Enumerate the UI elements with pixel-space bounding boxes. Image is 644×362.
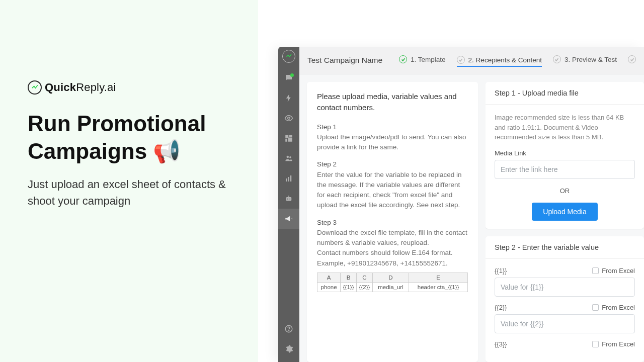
excel-preview-table: A B C D E phone {{1}} {{2}} media_url bbox=[317, 273, 468, 292]
svg-point-15 bbox=[288, 330, 289, 331]
svg-rect-13 bbox=[288, 196, 289, 197]
sidebar-item-chat[interactable] bbox=[278, 68, 299, 88]
brand-name: QuickReply.ai bbox=[45, 81, 116, 94]
svg-rect-8 bbox=[288, 177, 289, 182]
instructions-card: Please upload media, variable values and… bbox=[307, 82, 478, 362]
svg-rect-7 bbox=[286, 178, 287, 182]
var1-input[interactable] bbox=[495, 278, 635, 297]
check-icon bbox=[457, 56, 465, 64]
step1-text: Upload the image/video/pdf to send. You … bbox=[317, 132, 468, 153]
svg-rect-2 bbox=[289, 135, 292, 137]
upload-media-button[interactable]: Upload Media bbox=[532, 203, 597, 221]
step3-line3: Example, +919012345678, +14155552671. bbox=[317, 258, 468, 268]
variables-panel-header: Step 2 - Enter the variable value bbox=[486, 236, 644, 259]
svg-rect-9 bbox=[290, 175, 291, 182]
step3-text: Download the excel file template, fill i… bbox=[317, 228, 468, 248]
check-icon bbox=[628, 55, 636, 63]
var1-from-excel-checkbox[interactable]: From Excel bbox=[592, 267, 635, 275]
step3-label: Step 3 bbox=[317, 218, 468, 228]
sidebar-item-analytics[interactable] bbox=[278, 168, 299, 189]
marketing-panel: QuickReply.ai Run Promotional Campaigns … bbox=[0, 0, 258, 362]
step3-line2: Contact numbers should follow E.164 form… bbox=[317, 248, 468, 258]
or-separator: OR bbox=[495, 187, 635, 195]
wizard-step-preview[interactable]: 3. Preview & Test bbox=[553, 55, 617, 65]
check-icon bbox=[399, 55, 407, 63]
svg-point-12 bbox=[289, 199, 290, 200]
variables-panel: Step 2 - Enter the variable value {{1}} … bbox=[486, 236, 644, 363]
upload-panel-header: Step 1 - Upload media file bbox=[486, 82, 644, 105]
sidebar-item-users[interactable] bbox=[278, 148, 299, 168]
check-icon bbox=[553, 55, 561, 63]
var3-from-excel-checkbox[interactable]: From Excel bbox=[592, 340, 635, 348]
var2-label: {{2}} bbox=[495, 304, 507, 311]
svg-rect-10 bbox=[286, 197, 292, 201]
app-logo-icon bbox=[282, 50, 295, 63]
campaign-title: Test Campaign Name bbox=[307, 56, 382, 65]
media-link-input[interactable] bbox=[495, 160, 635, 179]
sidebar-item-campaigns[interactable] bbox=[278, 209, 299, 229]
marketing-subtitle: Just upload an excel sheet of contacts &… bbox=[28, 176, 230, 209]
sidebar-item-dashboard[interactable] bbox=[278, 128, 299, 148]
svg-point-5 bbox=[287, 156, 289, 158]
step1-label: Step 1 bbox=[317, 122, 468, 132]
sidebar-item-view[interactable] bbox=[278, 108, 299, 128]
brand-logo: QuickReply.ai bbox=[28, 80, 230, 95]
wizard-step-next[interactable] bbox=[628, 55, 636, 65]
svg-rect-4 bbox=[288, 138, 292, 142]
step2-label: Step 2 bbox=[317, 159, 468, 169]
var1-label: {{1}} bbox=[495, 267, 507, 275]
step2-text: Enter the value for the variable to be r… bbox=[317, 170, 468, 211]
sidebar-item-help[interactable] bbox=[278, 319, 299, 339]
sidebar-item-bolt[interactable] bbox=[278, 88, 299, 108]
svg-point-0 bbox=[288, 117, 290, 120]
sidebar bbox=[278, 47, 299, 362]
var2-from-excel-checkbox[interactable]: From Excel bbox=[592, 304, 635, 311]
sidebar-item-bot[interactable] bbox=[278, 189, 299, 209]
wizard-step-template[interactable]: 1. Template bbox=[399, 55, 446, 65]
upload-media-panel: Step 1 - Upload media file Image recomme… bbox=[486, 82, 644, 229]
wizard-steps: 1. Template 2. Recepients & Content 3. P… bbox=[399, 55, 636, 65]
marketing-title: Run Promotional Campaigns 📢 bbox=[28, 110, 230, 165]
sidebar-item-settings[interactable] bbox=[278, 339, 299, 359]
wizard-step-recipients[interactable]: 2. Recepients & Content bbox=[457, 56, 542, 67]
svg-point-11 bbox=[287, 199, 288, 200]
media-link-label: Media Link bbox=[495, 149, 635, 157]
svg-rect-3 bbox=[285, 139, 287, 142]
var3-label: {{3}} bbox=[495, 340, 507, 348]
svg-rect-1 bbox=[285, 135, 288, 138]
app-window: Test Campaign Name 1. Template 2. Recepi… bbox=[278, 47, 644, 362]
var2-input[interactable] bbox=[495, 314, 635, 333]
svg-point-6 bbox=[289, 156, 291, 158]
instructions-intro: Please upload media, variable values and… bbox=[317, 91, 468, 113]
status-dot-icon bbox=[290, 73, 294, 77]
logo-badge-icon bbox=[28, 80, 42, 95]
upload-size-note: Image recommended size is less than 64 K… bbox=[495, 113, 635, 142]
topbar: Test Campaign Name 1. Template 2. Recepi… bbox=[299, 47, 644, 74]
